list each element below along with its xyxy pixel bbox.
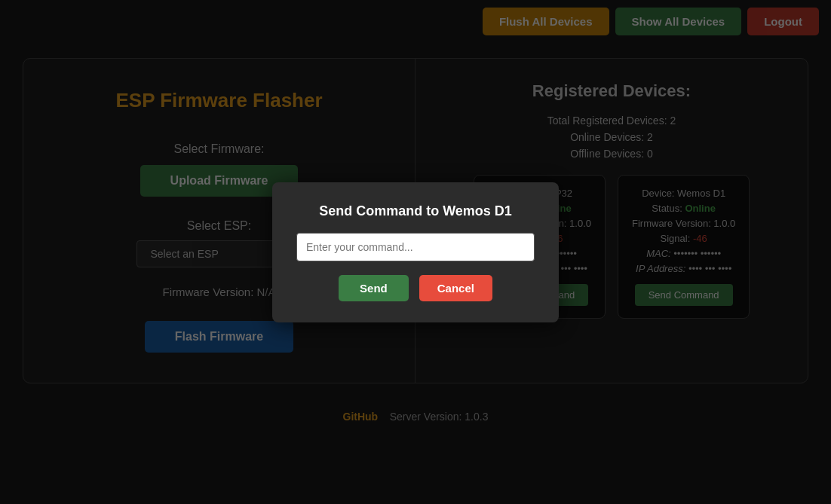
modal-buttons: Send Cancel	[296, 275, 535, 301]
modal-command-input[interactable]	[296, 233, 535, 261]
modal-cancel-button[interactable]: Cancel	[419, 275, 492, 301]
modal-overlay[interactable]: Send Command to Wemos D1 Send Cancel	[0, 0, 831, 504]
modal-send-button[interactable]: Send	[339, 275, 409, 301]
modal-box: Send Command to Wemos D1 Send Cancel	[272, 182, 559, 322]
modal-title: Send Command to Wemos D1	[296, 203, 535, 219]
